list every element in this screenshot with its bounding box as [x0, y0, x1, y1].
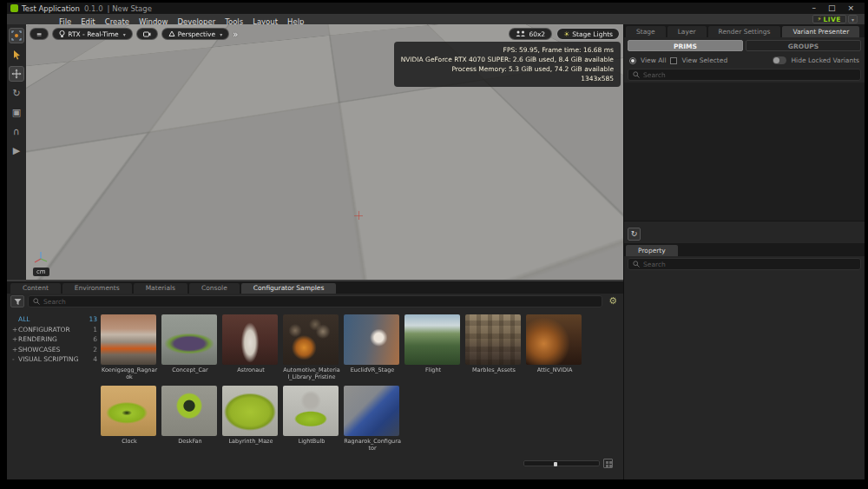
category-all[interactable]: ALL13 — [12, 314, 101, 325]
live-button[interactable]: ⚡ LIVE — [812, 15, 846, 23]
tab-layer[interactable]: Layer — [667, 26, 707, 37]
sample-card[interactable]: Astronaut — [222, 314, 279, 380]
category-label: VISUAL SCRIPTING — [18, 354, 93, 365]
segment-prims[interactable]: PRIMS — [628, 40, 743, 51]
sample-card[interactable]: LightBulb — [283, 386, 340, 452]
hud-gpu: NVIDIA GeForce RTX 4070 SUPER: 2.6 GiB u… — [401, 55, 614, 64]
scale-icon: ▣ — [12, 107, 21, 118]
units-badge: cm — [33, 268, 49, 276]
minimize-icon[interactable]: – — [812, 3, 816, 14]
live-group: ⚡ LIVE ▾ — [812, 15, 858, 23]
sample-card[interactable]: Flight — [404, 314, 462, 380]
cursor-icon — [12, 50, 22, 60]
tab-environments[interactable]: Environments — [62, 283, 132, 294]
live-dropdown-icon[interactable]: ▾ — [848, 15, 858, 23]
sample-card[interactable]: Clock — [101, 386, 158, 452]
sample-label: Astronaut — [222, 367, 279, 373]
play-button[interactable]: ▶ — [9, 142, 24, 158]
view-selected-checkbox[interactable] — [670, 57, 677, 64]
stage-lights-button[interactable]: ☀ Stage Lights — [556, 28, 620, 40]
samples-search-input[interactable] — [43, 298, 597, 306]
sample-card[interactable]: Concept_Car — [161, 314, 219, 380]
sample-card[interactable]: DeskFan — [161, 386, 219, 452]
category-label: RENDERING — [18, 334, 93, 345]
sample-thumbnail — [283, 314, 339, 365]
viewport-menu-button[interactable]: ≡ — [30, 28, 49, 40]
scale-tool[interactable]: ▣ — [9, 104, 24, 120]
multiplier-label: 60x2 — [529, 30, 545, 38]
sample-thumbnail — [101, 386, 156, 436]
category-expand-icon: + — [12, 334, 18, 345]
tab-content[interactable]: Content — [10, 283, 61, 294]
filter-button[interactable] — [10, 295, 24, 307]
tab-console[interactable]: Console — [189, 283, 240, 294]
slider-handle[interactable] — [554, 462, 557, 466]
variant-list[interactable] — [624, 83, 865, 221]
category-expand-icon: + — [12, 325, 18, 335]
rotate-tool[interactable]: ↻ — [9, 85, 24, 101]
camera-dropdown[interactable]: Perspective ▾ — [161, 28, 229, 40]
sample-thumbnail — [283, 386, 339, 436]
snap-tool[interactable]: ∩ — [9, 123, 24, 139]
performance-hud: FPS: 59.95, Frame time: 16.68 ms NVIDIA … — [394, 42, 621, 87]
viewport-toolbar-right: 60x2 ☀ Stage Lights — [509, 28, 620, 40]
refresh-button[interactable]: ↻ — [628, 228, 641, 241]
refresh-row: ↻ — [624, 227, 865, 241]
sample-thumbnail — [101, 314, 156, 365]
sample-card[interactable]: Labyrinth_Maze — [222, 386, 279, 452]
category-label: ALL — [18, 314, 89, 325]
browser-search-row: ⚙ — [7, 294, 623, 309]
maximize-icon[interactable]: □ — [828, 3, 836, 14]
tab-configurator-samples[interactable]: Configurator Samples — [241, 283, 337, 294]
sample-card[interactable]: Koenigsegg_Ragnarok — [101, 314, 158, 380]
snap-icon: ∩ — [13, 126, 20, 137]
close-icon[interactable]: × — [847, 3, 854, 14]
window-controls: – □ × — [812, 3, 861, 14]
view-all-radio[interactable] — [629, 57, 636, 64]
variant-search-input[interactable] — [643, 71, 856, 79]
tab-materials[interactable]: Materials — [134, 283, 187, 294]
sample-label: Clock — [101, 438, 158, 445]
sample-thumbnail — [344, 314, 399, 365]
camera-label: Perspective — [178, 30, 215, 38]
sample-thumbnail — [404, 314, 460, 365]
viewport-canvas[interactable]: ≡ RTX - Real-Time ▾ Persp — [26, 24, 623, 280]
cursor-tool[interactable] — [9, 47, 24, 63]
sample-card[interactable]: Automotive_Material_Library_Pristine — [283, 314, 340, 380]
category-rendering[interactable]: +RENDERING6 — [12, 334, 101, 345]
select-mode-tool[interactable] — [9, 28, 24, 43]
category-configurator[interactable]: +CONFIGURATOR1 — [12, 325, 101, 335]
segment-groups[interactable]: GROUPS — [746, 40, 861, 51]
sample-card[interactable]: Ragnarok_Configurator — [344, 386, 401, 452]
move-tool[interactable] — [9, 66, 24, 82]
tab-render-settings[interactable]: Render Settings — [708, 26, 781, 37]
sample-card[interactable]: Attic_NVIDIA — [526, 314, 583, 380]
perspective-icon — [168, 30, 175, 37]
category-count: 4 — [93, 354, 101, 365]
viewport-toolbar-left: ↻ ▣ ∩ ▶ — [7, 24, 26, 280]
tab-variant-presenter[interactable]: Variant Presenter — [782, 26, 859, 37]
settings-gear-icon[interactable]: ⚙ — [606, 295, 620, 307]
rotate-icon: ↻ — [12, 88, 20, 99]
sample-label: Automotive_Material_Library_Pristine — [283, 367, 340, 380]
tab-property[interactable]: Property — [626, 245, 678, 256]
tab-stage[interactable]: Stage — [626, 26, 666, 37]
grid-view-icon[interactable] — [603, 459, 613, 468]
app-window: Test Application 0.1.0 | New Stage – □ ×… — [7, 3, 865, 479]
category-showcases[interactable]: +SHOWCASES2 — [12, 345, 101, 355]
property-search-input[interactable] — [643, 261, 856, 268]
sample-label: Concept_Car — [161, 367, 219, 373]
prims-groups-segments: PRIMSGROUPS — [624, 37, 865, 54]
category-count: 2 — [93, 345, 101, 355]
renderer-dropdown[interactable]: RTX - Real-Time ▾ — [52, 28, 132, 40]
camera-settings-button[interactable] — [136, 28, 158, 40]
category-visual-scripting[interactable]: -VISUAL SCRIPTING4 — [12, 354, 101, 365]
camera-icon — [143, 31, 151, 37]
sample-card[interactable]: EuclidVR_Stage — [344, 314, 401, 380]
multiplier-button[interactable]: 60x2 — [509, 28, 552, 40]
toolbar-expand-icon[interactable]: » — [233, 30, 238, 39]
sample-card[interactable]: Marbles_Assets — [465, 314, 523, 380]
thumbnail-size-slider[interactable] — [523, 460, 600, 466]
hide-locked-toggle[interactable] — [773, 56, 786, 64]
hud-memory: Process Memory: 5.3 GiB used, 74.2 GiB a… — [401, 64, 614, 74]
